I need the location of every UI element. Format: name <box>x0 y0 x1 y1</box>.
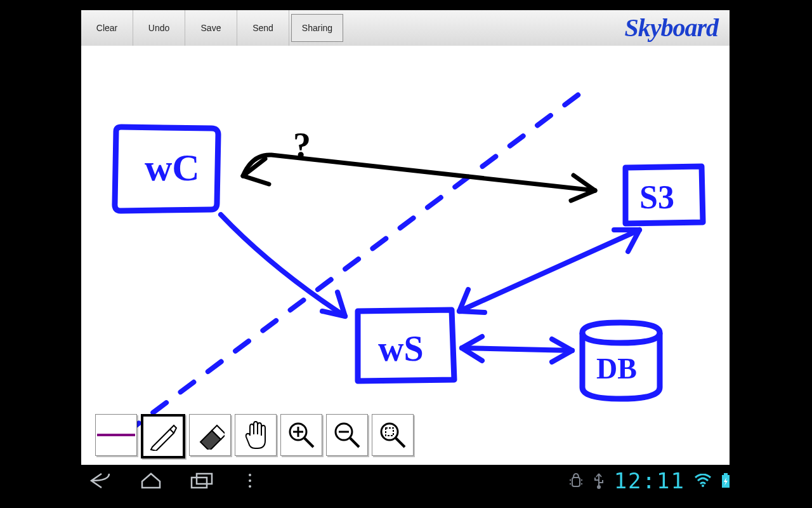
svg-rect-13 <box>724 473 728 475</box>
tool-zoom-in[interactable] <box>280 414 322 456</box>
svg-point-10 <box>597 485 601 489</box>
send-button[interactable]: Send <box>237 10 289 46</box>
svg-point-6 <box>249 474 251 476</box>
tool-zoom-fit[interactable] <box>372 414 414 456</box>
tool-palette <box>95 414 414 458</box>
zoom-fit-icon <box>378 420 407 450</box>
hand-icon <box>241 420 270 450</box>
menu-button[interactable] <box>233 468 272 493</box>
android-debug-icon <box>568 472 584 489</box>
svg-rect-4 <box>192 478 207 488</box>
svg-point-8 <box>249 485 251 488</box>
svg-point-7 <box>249 479 251 482</box>
sharing-button[interactable]: Sharing <box>291 14 343 42</box>
tool-eraser[interactable] <box>189 414 231 456</box>
home-button[interactable] <box>132 468 170 493</box>
node-wc-label: wC <box>145 147 200 189</box>
system-nav-bar: 12:11 <box>81 465 731 497</box>
battery-icon <box>721 472 731 489</box>
save-button[interactable]: Save <box>185 10 237 46</box>
recents-icon <box>189 471 214 490</box>
wifi-icon <box>694 474 712 488</box>
clock: 12:11 <box>614 468 685 493</box>
node-db-label: DB <box>596 352 637 385</box>
back-icon <box>88 471 113 490</box>
question-label: ? <box>293 126 311 165</box>
top-toolbar: Clear Undo Save Send Sharing Skyboard <box>81 10 730 46</box>
zoom-in-icon <box>287 420 316 450</box>
svg-point-2 <box>381 424 398 440</box>
node-s3-label: S3 <box>639 179 674 215</box>
usb-icon <box>593 472 605 489</box>
home-icon <box>138 471 164 490</box>
menu-dots-icon <box>246 471 259 490</box>
app-window: Clear Undo Save Send Sharing Skyboard wC… <box>81 10 730 465</box>
app-logo: Skyboard <box>624 13 718 43</box>
tool-zoom-out[interactable] <box>326 414 368 456</box>
svg-rect-9 <box>572 478 580 486</box>
undo-button[interactable]: Undo <box>133 10 185 46</box>
back-button[interactable] <box>81 468 119 493</box>
tool-pen[interactable] <box>141 414 185 458</box>
svg-point-11 <box>702 485 704 487</box>
node-ws-label: wS <box>378 329 424 368</box>
clear-button[interactable]: Clear <box>81 10 133 46</box>
eraser-icon <box>195 420 225 450</box>
drawing-canvas[interactable]: wC S3 wS DB ? <box>81 46 730 465</box>
color-line <box>97 434 135 436</box>
svg-rect-3 <box>386 428 393 436</box>
tool-hand[interactable] <box>235 414 277 456</box>
pencil-icon <box>148 422 178 451</box>
zoom-out-icon <box>332 420 362 450</box>
recents-button[interactable] <box>183 468 221 493</box>
tool-color[interactable] <box>95 414 137 456</box>
svg-rect-5 <box>197 474 212 484</box>
